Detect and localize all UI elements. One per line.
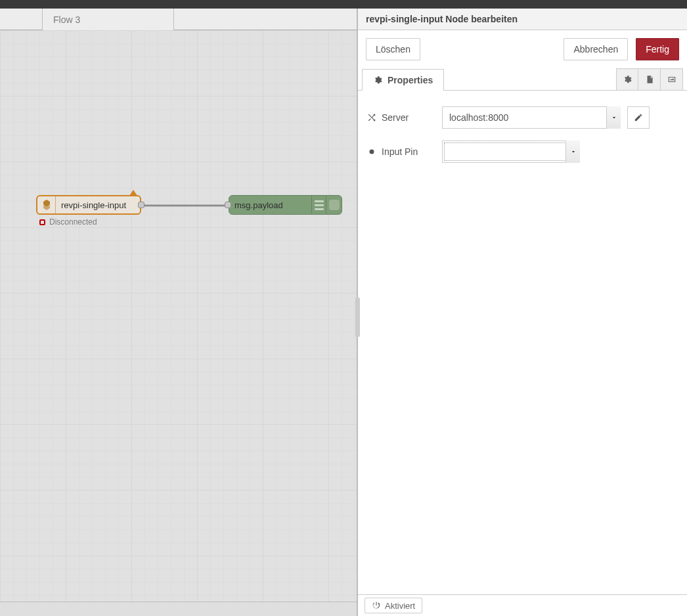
flow-tab[interactable]: Flow 3 — [43, 9, 174, 30]
app-topbar — [0, 0, 687, 9]
tab-spacer — [0, 9, 43, 30]
server-select[interactable]: localhost:8000 — [442, 106, 621, 129]
debug-lines-icon — [311, 196, 326, 214]
node-revpi-single-input[interactable]: revpi-single-input — [36, 195, 141, 215]
debug-node-label: msg.payload — [229, 196, 311, 214]
server-label-text: Server — [382, 112, 409, 123]
properties-tab-label: Properties — [388, 75, 433, 85]
flow-tab-label: Flow 3 — [53, 14, 80, 25]
gear-icon — [373, 76, 382, 85]
gear-icon — [623, 75, 632, 84]
flow-canvas[interactable]: revpi-single-input Disconnected msg.payl… — [0, 30, 357, 602]
inputpin-label: Input Pin — [367, 146, 435, 157]
tray-toolbar: Löschen Abbrechen Fertig — [358, 30, 687, 68]
edit-tray: revpi-single-input Node bearbeiten Lösch… — [357, 9, 687, 616]
power-icon — [372, 601, 381, 610]
node-input-port[interactable] — [225, 202, 231, 208]
flow-workspace-column: Flow 3 revpi-single-input Disconnected — [0, 9, 357, 616]
tray-resize-handle[interactable] — [355, 297, 360, 337]
properties-form: Server localhost:8000 Input Pin — [358, 91, 687, 594]
tray-footer: Aktiviert — [358, 594, 687, 616]
node-status-text: Disconnected — [49, 217, 97, 227]
node-output-port[interactable] — [138, 202, 144, 208]
pencil-icon — [634, 113, 643, 122]
properties-tab-row: Properties — [358, 68, 687, 91]
debug-toggle-button[interactable] — [326, 196, 342, 214]
delete-button[interactable]: Löschen — [366, 38, 420, 60]
appearance-icon — [667, 75, 676, 84]
node-type-icon — [37, 196, 56, 213]
cancel-button[interactable]: Abbrechen — [564, 38, 628, 60]
node-error-icon — [129, 190, 137, 196]
done-button[interactable]: Fertig — [636, 38, 679, 60]
node-settings-icon-button[interactable] — [616, 68, 638, 90]
circle-icon — [367, 147, 376, 156]
tray-title: revpi-single-input Node bearbeiten — [358, 9, 687, 30]
workspace-footer-strip — [0, 602, 357, 616]
enabled-label: Aktiviert — [385, 601, 415, 611]
status-ring-icon — [39, 219, 45, 225]
tab-properties[interactable]: Properties — [362, 69, 444, 91]
document-icon — [645, 75, 654, 84]
shuffle-icon — [367, 113, 376, 122]
node-status: Disconnected — [39, 217, 97, 227]
edit-server-button[interactable] — [627, 106, 650, 129]
node-label: revpi-single-input — [56, 196, 140, 213]
node-description-button[interactable] — [638, 68, 661, 90]
flow-tab-bar[interactable]: Flow 3 — [0, 9, 357, 30]
inputpin-label-text: Input Pin — [382, 146, 418, 157]
enabled-toggle[interactable]: Aktiviert — [365, 598, 422, 613]
row-server: Server localhost:8000 — [367, 106, 678, 129]
node-appearance-button[interactable] — [661, 68, 683, 90]
inputpin-select[interactable] — [442, 141, 580, 163]
row-input-pin: Input Pin — [367, 141, 678, 163]
node-debug[interactable]: msg.payload — [229, 195, 342, 215]
server-label: Server — [367, 112, 435, 123]
svg-point-1 — [370, 150, 374, 154]
node-wire[interactable] — [138, 204, 230, 207]
